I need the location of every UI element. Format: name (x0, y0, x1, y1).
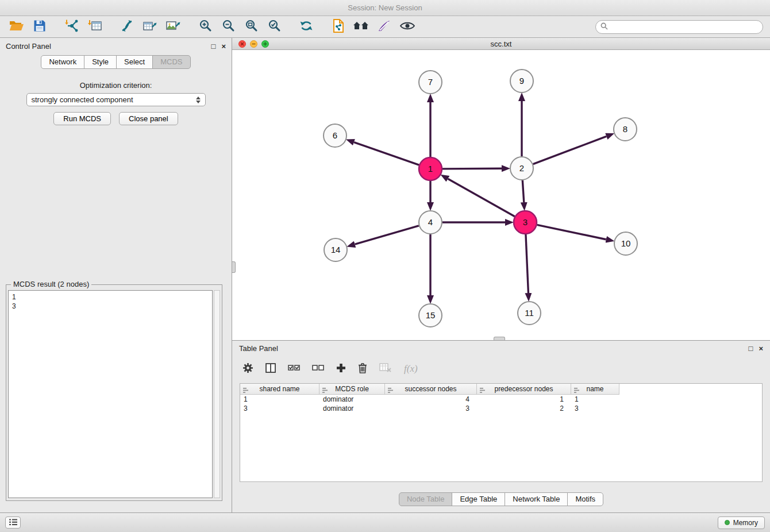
minimize-window-button[interactable] (250, 40, 257, 48)
export-table-button[interactable] (140, 18, 160, 36)
edge-1-2[interactable] (442, 168, 502, 169)
table-cell[interactable]: 4 (385, 395, 477, 404)
open-session-button[interactable] (7, 18, 26, 36)
node-table: shared nameMCDS rolesuccessor nodesprede… (240, 383, 763, 482)
close-panel-icon[interactable]: × (221, 43, 226, 50)
sort-icon (322, 387, 328, 395)
table-settings-button[interactable] (242, 363, 253, 376)
node-label-4: 4 (428, 217, 433, 227)
table-row[interactable]: 1dominator411 (240, 395, 762, 404)
tab-network[interactable]: Network (41, 55, 84, 69)
delete-table-button[interactable] (379, 363, 392, 375)
refresh-icon (299, 19, 314, 35)
refresh-layout-button[interactable] (297, 18, 316, 36)
tab-select[interactable]: Select (116, 55, 153, 69)
function-builder-button[interactable]: f(x) (404, 363, 418, 375)
select-all-columns-button[interactable] (288, 364, 300, 374)
zoom-in-button[interactable] (195, 18, 215, 36)
search-input[interactable] (611, 22, 758, 31)
edge-1-6[interactable] (354, 142, 419, 165)
mcds-result-box: MCDS result (2 nodes) 1 3 (6, 284, 222, 501)
tab-network-table[interactable]: Network Table (505, 492, 568, 506)
export-image-icon (165, 19, 180, 35)
first-neighbors-button[interactable] (352, 18, 371, 36)
table-cell[interactable]: dominator (319, 404, 385, 413)
float-panel-icon[interactable]: □ (211, 43, 216, 50)
save-floppy-icon (33, 20, 46, 34)
column-header-shared-name[interactable]: shared name (240, 384, 319, 395)
maximize-window-button[interactable] (261, 40, 269, 48)
edge-3-1[interactable] (448, 179, 514, 217)
table-cell[interactable]: 1 (240, 395, 319, 404)
import-table-button[interactable] (85, 18, 105, 36)
show-columns-button[interactable] (265, 363, 276, 375)
paint-style-button[interactable] (375, 18, 394, 36)
export-image-button[interactable] (163, 18, 183, 36)
traffic-lights (238, 38, 269, 49)
edge-2-3[interactable] (522, 180, 523, 202)
column-header-mcds-role[interactable]: MCDS role (319, 384, 385, 395)
delete-columns-button[interactable] (358, 363, 367, 376)
table-cell[interactable]: 3 (240, 404, 319, 413)
table-cell[interactable]: 1 (477, 395, 571, 404)
criterion-dropdown[interactable]: strongly connected component (26, 93, 206, 106)
network-canvas[interactable]: 7968124314101511 (232, 50, 770, 340)
tab-motifs[interactable]: Motifs (567, 492, 603, 506)
memory-button[interactable]: Memory (718, 516, 765, 529)
table-toolbar: f(x) (232, 356, 770, 382)
edge-3-11[interactable] (526, 234, 529, 293)
network-file-button[interactable] (329, 18, 348, 36)
vertical-splitter-handle[interactable] (232, 261, 236, 273)
memory-status-dot (725, 520, 730, 525)
tab-edge-table[interactable]: Edge Table (452, 492, 505, 506)
import-network-button[interactable] (62, 18, 82, 36)
show-panel-button[interactable] (5, 516, 21, 529)
column-header-name[interactable]: name (571, 384, 619, 395)
edge-3-10[interactable] (537, 225, 606, 239)
create-column-button[interactable] (336, 363, 346, 375)
table-cell[interactable]: 1 (571, 395, 619, 404)
tab-node-table[interactable]: Node Table (399, 492, 453, 506)
export-network-button[interactable] (117, 18, 137, 36)
export-network-icon (120, 19, 134, 35)
float-table-panel-icon[interactable]: □ (749, 345, 753, 352)
horizontal-splitter-handle[interactable] (494, 337, 505, 340)
table-cell[interactable]: 2 (477, 404, 571, 413)
table-row[interactable]: 3dominator323 (240, 404, 762, 413)
open-folder-icon (9, 20, 24, 34)
table-cell[interactable]: 3 (571, 404, 619, 413)
zoom-fit-button[interactable] (241, 18, 261, 36)
control-panel-title: Control Panel (6, 42, 51, 51)
zoom-selected-button[interactable] (264, 18, 284, 36)
mcds-result-title: MCDS result (2 nodes) (11, 280, 91, 288)
column-header-label: predecessor nodes (494, 385, 553, 393)
table-cell[interactable]: dominator (319, 395, 385, 404)
table-panel-title: Table Panel (239, 344, 278, 353)
node-label-6: 6 (333, 130, 337, 140)
column-header-successor-nodes[interactable]: successor nodes (385, 384, 477, 395)
edge-2-8[interactable] (533, 136, 607, 164)
zoom-fit-icon (245, 19, 258, 34)
unselect-all-columns-button[interactable] (312, 364, 324, 374)
memory-label: Memory (733, 519, 758, 527)
main-area: Control Panel □ × NetworkStyleSelectMCDS… (0, 38, 770, 512)
tab-mcds[interactable]: MCDS (152, 55, 190, 69)
node-label-14: 14 (331, 245, 341, 255)
close-panel-button[interactable]: Close panel (119, 112, 178, 125)
run-mcds-button[interactable]: Run MCDS (53, 112, 111, 125)
tab-style[interactable]: Style (84, 55, 117, 69)
zoom-out-button[interactable] (218, 18, 238, 36)
graphics-details-button[interactable] (398, 18, 417, 36)
result-scrollbar[interactable] (214, 290, 220, 498)
table-cell[interactable]: 3 (385, 404, 477, 413)
save-session-button[interactable] (30, 18, 49, 36)
close-table-panel-icon[interactable]: × (759, 345, 763, 352)
main-toolbar (0, 16, 770, 38)
edge-4-14[interactable] (355, 226, 419, 244)
search-box[interactable] (595, 20, 763, 34)
close-window-button[interactable] (238, 40, 246, 48)
fx-icon: f(x) (404, 363, 418, 375)
node-label-10: 10 (621, 238, 631, 248)
gear-icon (242, 363, 253, 376)
column-header-predecessor-nodes[interactable]: predecessor nodes (477, 384, 571, 395)
